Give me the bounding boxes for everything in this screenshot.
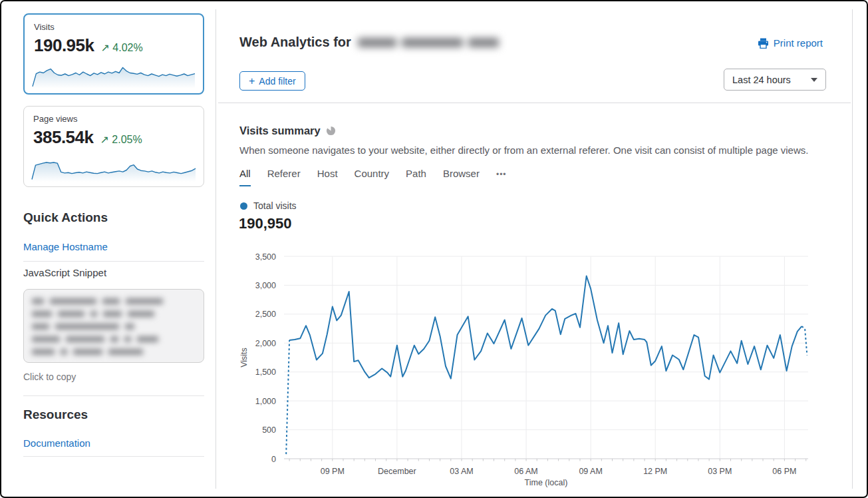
svg-text:12 PM: 12 PM <box>643 467 667 476</box>
visits-summary-title: Visits summary <box>239 124 321 137</box>
plus-icon: + <box>249 75 255 87</box>
svg-text:3,000: 3,000 <box>255 281 276 290</box>
page-title: Web Analytics for <box>239 35 351 50</box>
visits-summary-description: When someone navigates to your website, … <box>239 144 808 156</box>
legend-label: Total visits <box>253 200 297 211</box>
svg-text:3,500: 3,500 <box>255 252 276 262</box>
svg-text:2,000: 2,000 <box>255 339 276 348</box>
javascript-snippet-label: JavaScript Snippet <box>23 267 106 278</box>
svg-text:09 PM: 09 PM <box>321 467 345 476</box>
metric-value: 190.95k <box>34 35 94 56</box>
tab-browser[interactable]: Browser <box>443 168 480 186</box>
svg-text:06 PM: 06 PM <box>772 467 796 476</box>
metric-delta: ↗ 4.02% <box>100 41 142 54</box>
visits-line-chart: 05001,0001,5002,0002,5003,0003,50009 PMD… <box>237 249 823 497</box>
svg-text:09 AM: 09 AM <box>579 467 602 476</box>
tab-more-ellipsis[interactable]: ••• <box>496 168 507 186</box>
svg-text:03 AM: 03 AM <box>450 467 473 476</box>
svg-text:Visits: Visits <box>239 348 249 368</box>
divider <box>23 261 204 262</box>
tab-country[interactable]: Country <box>355 168 390 186</box>
sidebar-main-divider <box>216 9 216 489</box>
legend-dot-icon <box>240 202 247 210</box>
redacted-domain <box>358 38 499 47</box>
metric-value: 385.54k <box>33 127 93 148</box>
help-pie-icon[interactable] <box>326 126 336 136</box>
tab-path[interactable]: Path <box>406 168 426 186</box>
metric-card-page-views[interactable]: Page views 385.54k ↗ 2.05% <box>23 106 204 187</box>
metric-label: Page views <box>33 114 194 124</box>
time-range-value: Last 24 hours <box>732 75 791 85</box>
chevron-down-icon <box>811 78 817 82</box>
trend-up-icon: ↗ <box>100 134 108 145</box>
summary-tabs: All Referer Host Country Path Browser ••… <box>239 168 507 186</box>
app-window: Visits 190.95k ↗ 4.02% Page views 385.54… <box>0 0 868 498</box>
javascript-snippet-box[interactable] <box>23 289 204 363</box>
content-right-divider <box>852 9 853 489</box>
chart-legend: Total visits <box>240 200 297 211</box>
svg-text:2,500: 2,500 <box>255 310 276 319</box>
divider <box>23 456 204 457</box>
visits-sparkline <box>31 59 196 89</box>
header-divider <box>218 103 851 103</box>
tab-referer[interactable]: Referer <box>267 168 301 186</box>
total-visits-value: 190,950 <box>239 215 292 232</box>
svg-text:1,500: 1,500 <box>255 368 276 377</box>
add-filter-button[interactable]: + Add filter <box>239 71 305 91</box>
resources-heading: Resources <box>23 407 88 422</box>
svg-text:03 PM: 03 PM <box>708 467 732 476</box>
svg-text:1,000: 1,000 <box>255 397 276 406</box>
time-range-dropdown[interactable]: Last 24 hours <box>724 69 826 91</box>
redacted-code <box>24 290 204 363</box>
printer-icon <box>758 38 769 49</box>
manage-hostname-link[interactable]: Manage Hostname <box>23 241 108 252</box>
svg-text:0: 0 <box>271 455 276 464</box>
tab-host[interactable]: Host <box>317 168 338 186</box>
trend-up-icon: ↗ <box>100 42 109 53</box>
svg-text:Time (local): Time (local) <box>525 478 568 487</box>
svg-text:06 AM: 06 AM <box>514 467 537 476</box>
tab-all[interactable]: All <box>239 168 251 186</box>
metric-card-visits[interactable]: Visits 190.95k ↗ 4.02% <box>23 13 204 95</box>
print-report-link[interactable]: Print report <box>758 37 823 49</box>
metric-delta: ↗ 2.05% <box>100 133 142 146</box>
divider <box>23 395 204 396</box>
print-report-label: Print report <box>774 37 823 49</box>
svg-text:500: 500 <box>262 425 276 435</box>
quick-actions-heading: Quick Actions <box>23 210 108 225</box>
svg-text:December: December <box>378 467 416 476</box>
page-views-sparkline <box>31 152 197 182</box>
metric-label: Visits <box>34 22 194 32</box>
documentation-link[interactable]: Documentation <box>23 437 90 449</box>
click-to-copy-hint: Click to copy <box>23 372 76 382</box>
